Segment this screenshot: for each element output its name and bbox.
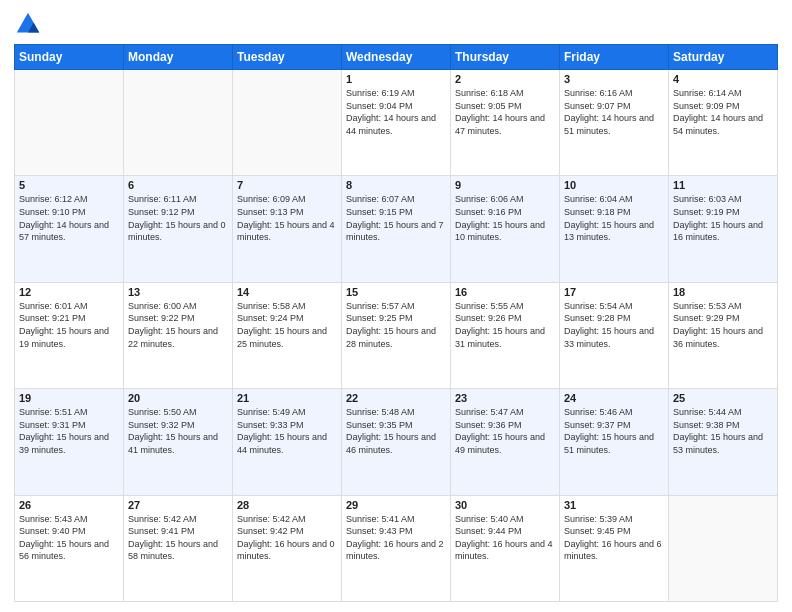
day-info: Sunrise: 5:51 AMSunset: 9:31 PMDaylight:… xyxy=(19,406,119,456)
day-number: 23 xyxy=(455,392,555,404)
table-row: 1Sunrise: 6:19 AMSunset: 9:04 PMDaylight… xyxy=(342,70,451,176)
day-info: Sunrise: 5:55 AMSunset: 9:26 PMDaylight:… xyxy=(455,300,555,350)
day-info: Sunrise: 5:50 AMSunset: 9:32 PMDaylight:… xyxy=(128,406,228,456)
weekday-header-sunday: Sunday xyxy=(15,45,124,70)
table-row: 11Sunrise: 6:03 AMSunset: 9:19 PMDayligh… xyxy=(669,176,778,282)
day-number: 5 xyxy=(19,179,119,191)
day-number: 25 xyxy=(673,392,773,404)
day-info: Sunrise: 5:44 AMSunset: 9:38 PMDaylight:… xyxy=(673,406,773,456)
table-row: 26Sunrise: 5:43 AMSunset: 9:40 PMDayligh… xyxy=(15,495,124,601)
table-row xyxy=(233,70,342,176)
table-row: 23Sunrise: 5:47 AMSunset: 9:36 PMDayligh… xyxy=(451,389,560,495)
logo-icon xyxy=(14,10,42,38)
day-number: 1 xyxy=(346,73,446,85)
day-number: 11 xyxy=(673,179,773,191)
day-number: 8 xyxy=(346,179,446,191)
day-info: Sunrise: 6:06 AMSunset: 9:16 PMDaylight:… xyxy=(455,193,555,243)
header xyxy=(14,10,778,38)
weekday-header-wednesday: Wednesday xyxy=(342,45,451,70)
table-row: 12Sunrise: 6:01 AMSunset: 9:21 PMDayligh… xyxy=(15,282,124,388)
day-number: 28 xyxy=(237,499,337,511)
day-number: 15 xyxy=(346,286,446,298)
table-row: 22Sunrise: 5:48 AMSunset: 9:35 PMDayligh… xyxy=(342,389,451,495)
table-row: 27Sunrise: 5:42 AMSunset: 9:41 PMDayligh… xyxy=(124,495,233,601)
weekday-header-thursday: Thursday xyxy=(451,45,560,70)
table-row: 18Sunrise: 5:53 AMSunset: 9:29 PMDayligh… xyxy=(669,282,778,388)
day-info: Sunrise: 5:39 AMSunset: 9:45 PMDaylight:… xyxy=(564,513,664,563)
calendar-week-4: 19Sunrise: 5:51 AMSunset: 9:31 PMDayligh… xyxy=(15,389,778,495)
day-info: Sunrise: 5:41 AMSunset: 9:43 PMDaylight:… xyxy=(346,513,446,563)
day-number: 19 xyxy=(19,392,119,404)
table-row: 3Sunrise: 6:16 AMSunset: 9:07 PMDaylight… xyxy=(560,70,669,176)
day-number: 22 xyxy=(346,392,446,404)
table-row: 17Sunrise: 5:54 AMSunset: 9:28 PMDayligh… xyxy=(560,282,669,388)
table-row: 8Sunrise: 6:07 AMSunset: 9:15 PMDaylight… xyxy=(342,176,451,282)
day-info: Sunrise: 6:14 AMSunset: 9:09 PMDaylight:… xyxy=(673,87,773,137)
day-info: Sunrise: 6:09 AMSunset: 9:13 PMDaylight:… xyxy=(237,193,337,243)
weekday-header-monday: Monday xyxy=(124,45,233,70)
table-row xyxy=(15,70,124,176)
weekday-header-friday: Friday xyxy=(560,45,669,70)
day-number: 27 xyxy=(128,499,228,511)
day-info: Sunrise: 6:01 AMSunset: 9:21 PMDaylight:… xyxy=(19,300,119,350)
day-info: Sunrise: 6:12 AMSunset: 9:10 PMDaylight:… xyxy=(19,193,119,243)
table-row: 19Sunrise: 5:51 AMSunset: 9:31 PMDayligh… xyxy=(15,389,124,495)
day-info: Sunrise: 5:42 AMSunset: 9:42 PMDaylight:… xyxy=(237,513,337,563)
day-number: 24 xyxy=(564,392,664,404)
day-info: Sunrise: 5:40 AMSunset: 9:44 PMDaylight:… xyxy=(455,513,555,563)
day-info: Sunrise: 5:54 AMSunset: 9:28 PMDaylight:… xyxy=(564,300,664,350)
table-row: 5Sunrise: 6:12 AMSunset: 9:10 PMDaylight… xyxy=(15,176,124,282)
day-info: Sunrise: 6:16 AMSunset: 9:07 PMDaylight:… xyxy=(564,87,664,137)
day-info: Sunrise: 5:46 AMSunset: 9:37 PMDaylight:… xyxy=(564,406,664,456)
day-number: 4 xyxy=(673,73,773,85)
day-number: 31 xyxy=(564,499,664,511)
table-row xyxy=(669,495,778,601)
table-row: 13Sunrise: 6:00 AMSunset: 9:22 PMDayligh… xyxy=(124,282,233,388)
day-number: 30 xyxy=(455,499,555,511)
day-number: 10 xyxy=(564,179,664,191)
calendar-week-5: 26Sunrise: 5:43 AMSunset: 9:40 PMDayligh… xyxy=(15,495,778,601)
logo xyxy=(14,10,46,38)
table-row: 28Sunrise: 5:42 AMSunset: 9:42 PMDayligh… xyxy=(233,495,342,601)
day-info: Sunrise: 5:49 AMSunset: 9:33 PMDaylight:… xyxy=(237,406,337,456)
day-number: 21 xyxy=(237,392,337,404)
table-row: 2Sunrise: 6:18 AMSunset: 9:05 PMDaylight… xyxy=(451,70,560,176)
day-info: Sunrise: 5:58 AMSunset: 9:24 PMDaylight:… xyxy=(237,300,337,350)
table-row: 31Sunrise: 5:39 AMSunset: 9:45 PMDayligh… xyxy=(560,495,669,601)
table-row: 20Sunrise: 5:50 AMSunset: 9:32 PMDayligh… xyxy=(124,389,233,495)
calendar-week-2: 5Sunrise: 6:12 AMSunset: 9:10 PMDaylight… xyxy=(15,176,778,282)
day-number: 9 xyxy=(455,179,555,191)
day-info: Sunrise: 6:18 AMSunset: 9:05 PMDaylight:… xyxy=(455,87,555,137)
day-info: Sunrise: 5:48 AMSunset: 9:35 PMDaylight:… xyxy=(346,406,446,456)
table-row: 4Sunrise: 6:14 AMSunset: 9:09 PMDaylight… xyxy=(669,70,778,176)
table-row: 25Sunrise: 5:44 AMSunset: 9:38 PMDayligh… xyxy=(669,389,778,495)
day-info: Sunrise: 5:57 AMSunset: 9:25 PMDaylight:… xyxy=(346,300,446,350)
table-row: 16Sunrise: 5:55 AMSunset: 9:26 PMDayligh… xyxy=(451,282,560,388)
table-row: 14Sunrise: 5:58 AMSunset: 9:24 PMDayligh… xyxy=(233,282,342,388)
day-number: 6 xyxy=(128,179,228,191)
calendar-week-1: 1Sunrise: 6:19 AMSunset: 9:04 PMDaylight… xyxy=(15,70,778,176)
day-info: Sunrise: 5:53 AMSunset: 9:29 PMDaylight:… xyxy=(673,300,773,350)
table-row xyxy=(124,70,233,176)
weekday-header-row: SundayMondayTuesdayWednesdayThursdayFrid… xyxy=(15,45,778,70)
day-info: Sunrise: 6:07 AMSunset: 9:15 PMDaylight:… xyxy=(346,193,446,243)
table-row: 30Sunrise: 5:40 AMSunset: 9:44 PMDayligh… xyxy=(451,495,560,601)
table-row: 10Sunrise: 6:04 AMSunset: 9:18 PMDayligh… xyxy=(560,176,669,282)
day-number: 26 xyxy=(19,499,119,511)
day-info: Sunrise: 5:43 AMSunset: 9:40 PMDaylight:… xyxy=(19,513,119,563)
table-row: 24Sunrise: 5:46 AMSunset: 9:37 PMDayligh… xyxy=(560,389,669,495)
table-row: 29Sunrise: 5:41 AMSunset: 9:43 PMDayligh… xyxy=(342,495,451,601)
day-number: 17 xyxy=(564,286,664,298)
day-number: 20 xyxy=(128,392,228,404)
day-info: Sunrise: 6:00 AMSunset: 9:22 PMDaylight:… xyxy=(128,300,228,350)
day-number: 12 xyxy=(19,286,119,298)
day-number: 7 xyxy=(237,179,337,191)
day-info: Sunrise: 6:11 AMSunset: 9:12 PMDaylight:… xyxy=(128,193,228,243)
day-info: Sunrise: 5:42 AMSunset: 9:41 PMDaylight:… xyxy=(128,513,228,563)
day-number: 14 xyxy=(237,286,337,298)
day-info: Sunrise: 6:03 AMSunset: 9:19 PMDaylight:… xyxy=(673,193,773,243)
calendar-week-3: 12Sunrise: 6:01 AMSunset: 9:21 PMDayligh… xyxy=(15,282,778,388)
day-info: Sunrise: 6:04 AMSunset: 9:18 PMDaylight:… xyxy=(564,193,664,243)
day-info: Sunrise: 5:47 AMSunset: 9:36 PMDaylight:… xyxy=(455,406,555,456)
day-number: 18 xyxy=(673,286,773,298)
